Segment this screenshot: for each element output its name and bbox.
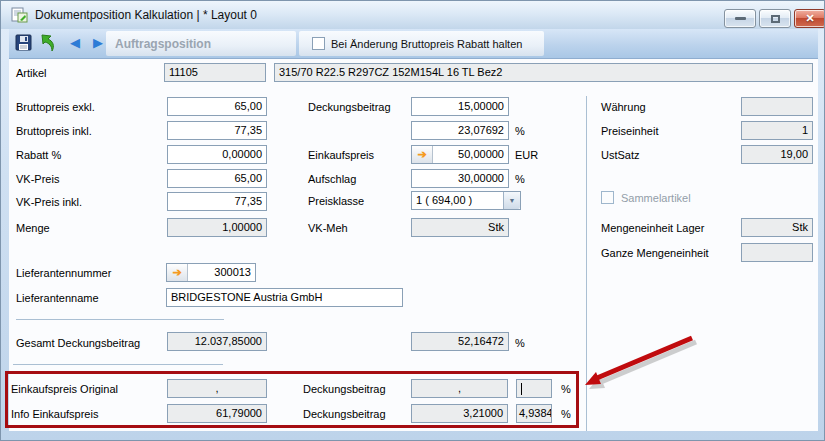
vk-preis-label: VK-Preis bbox=[16, 173, 59, 185]
gesamt-deckungsbeitrag-label: Gesamt Deckungsbeitrag bbox=[16, 337, 140, 349]
jump-arrow-icon: ➔ bbox=[172, 266, 181, 278]
maximize-icon bbox=[771, 15, 780, 23]
ganze-mengeneinheit-label: Ganze Mengeneinheit bbox=[601, 247, 709, 259]
next-record-button[interactable]: ▶ bbox=[89, 34, 107, 52]
artikel-number-field: 11105 bbox=[164, 63, 266, 82]
waehrung-field bbox=[741, 97, 813, 116]
einkaufspreis-label: Einkaufspreis bbox=[308, 149, 374, 161]
vk-preis-inkl-field[interactable]: 77,35 bbox=[167, 192, 267, 211]
lieferantennummer-value[interactable]: 300013 bbox=[188, 264, 255, 281]
mengeneinheit-lager-field: Stk bbox=[741, 218, 813, 237]
deckungsbeitrag-pct-field[interactable]: 23,07692 bbox=[411, 121, 509, 140]
section-divider bbox=[16, 319, 224, 320]
chevron-right-icon: ▶ bbox=[89, 34, 107, 52]
text-cursor bbox=[521, 383, 522, 395]
title-bar[interactable]: Dokumentposition Kalkulation | * Layout … bbox=[1, 1, 824, 29]
minimize-icon bbox=[735, 17, 746, 20]
preisklasse-value: 1 ( 694,00 ) bbox=[412, 192, 503, 209]
tab-auftragsposition: Auftragsposition bbox=[106, 31, 296, 56]
rabatt-label: Rabatt % bbox=[16, 149, 61, 161]
vk-meh-field: Stk bbox=[411, 218, 509, 237]
info-deckungsbeitrag-field-1: , bbox=[411, 379, 508, 398]
lieferantenname-field[interactable]: BRIDGESTONE Austria GmbH bbox=[166, 288, 403, 307]
bruttopreis-exkl-field[interactable]: 65,00 bbox=[167, 97, 267, 116]
info-deckungsbeitrag-label-1: Deckungsbeitrag bbox=[303, 383, 386, 395]
lieferantennummer-jump-button[interactable]: ➔ bbox=[167, 264, 188, 281]
bruttopreis-inkl-field[interactable]: 77,35 bbox=[167, 121, 267, 140]
info-deckungsbeitrag-label-2: Deckungsbeitrag bbox=[303, 408, 386, 420]
info-deckungsbeitrag-field-2: 3,21000 bbox=[411, 404, 508, 423]
undo-arrow-icon bbox=[40, 34, 58, 52]
artikel-label: Artikel bbox=[16, 67, 47, 79]
save-icon bbox=[15, 34, 32, 51]
toolbar: ◀ ▶ Auftragsposition Bei Änderung Brutto… bbox=[9, 29, 818, 59]
menge-field: 1,00000 bbox=[167, 218, 267, 237]
rabatt-halten-checkbox[interactable] bbox=[312, 37, 325, 50]
einkaufspreis-original-field: , bbox=[167, 379, 267, 398]
preisklasse-dropdown[interactable]: 1 ( 694,00 ) ▼ bbox=[411, 191, 521, 210]
menge-label: Menge bbox=[16, 222, 50, 234]
info-deckungsbeitrag-pct-field-1[interactable] bbox=[516, 379, 552, 398]
bruttopreis-inkl-label: Bruttopreis inkl. bbox=[16, 125, 92, 137]
einkaufspreis-original-label: Einkaufspreis Original bbox=[11, 383, 118, 395]
vk-meh-label: VK-Meh bbox=[308, 222, 348, 234]
artikel-description-field: 315/70 R22.5 R297CZ 152M154L 16 TL Bez2 bbox=[274, 63, 813, 82]
rabatt-halten-label: Bei Änderung Bruttopreis Rabatt halten bbox=[331, 38, 522, 50]
info-einkaufspreis-label: Info Einkaufspreis bbox=[11, 408, 98, 420]
preisklasse-label: Preisklasse bbox=[308, 195, 364, 207]
aufschlag-field[interactable]: 30,00000 bbox=[411, 169, 509, 188]
ustsatz-field: 19,00 bbox=[741, 145, 813, 164]
lieferantenname-label: Lieferantenname bbox=[16, 292, 99, 304]
einkaufspreis-field[interactable]: ➔ 50,00000 bbox=[411, 145, 509, 164]
waehrung-label: Währung bbox=[601, 101, 646, 113]
close-icon: ✕ bbox=[805, 12, 814, 25]
info-deckungsbeitrag-pct-field-2: 4,9384 bbox=[516, 404, 552, 423]
einkaufspreis-value[interactable]: 50,00000 bbox=[433, 146, 508, 163]
dialog-window: Dokumentposition Kalkulation | * Layout … bbox=[0, 0, 825, 441]
preiseinheit-label: Preiseinheit bbox=[601, 125, 658, 137]
preisklasse-dropdown-button[interactable]: ▼ bbox=[503, 192, 520, 209]
aufschlag-label: Aufschlag bbox=[308, 173, 356, 185]
ustsatz-label: UstSatz bbox=[601, 149, 640, 161]
gesamt-deckungsbeitrag-pct-field: 52,16472 bbox=[411, 332, 509, 351]
info-unit-1: % bbox=[561, 383, 571, 395]
chevron-left-icon: ◀ bbox=[66, 34, 84, 52]
einkaufspreis-unit: EUR bbox=[515, 149, 538, 161]
app-icon bbox=[11, 7, 29, 23]
preiseinheit-field: 1 bbox=[741, 121, 813, 140]
bruttopreis-exkl-label: Bruttopreis exkl. bbox=[16, 101, 95, 113]
window-title: Dokumentposition Kalkulation | * Layout … bbox=[35, 8, 257, 22]
close-button[interactable]: ✕ bbox=[794, 9, 825, 28]
maximize-button[interactable] bbox=[759, 9, 791, 28]
toolbar-checkbox-panel: Bei Änderung Bruttopreis Rabatt halten bbox=[299, 31, 544, 56]
vk-preis-inkl-label: VK-Preis inkl. bbox=[16, 196, 82, 208]
ganze-mengeneinheit-field bbox=[741, 243, 813, 262]
gesamt-deckungsbeitrag-field: 12.037,85000 bbox=[167, 332, 267, 351]
gesamt-deckungsbeitrag-unit: % bbox=[515, 337, 525, 349]
rabatt-field[interactable]: 0,00000 bbox=[167, 145, 267, 164]
mengeneinheit-lager-label: Mengeneinheit Lager bbox=[601, 222, 704, 234]
info-einkaufspreis-field: 61,79000 bbox=[167, 404, 267, 423]
vk-preis-field[interactable]: 65,00 bbox=[167, 169, 267, 188]
previous-record-button[interactable]: ◀ bbox=[66, 34, 84, 52]
deckungsbeitrag-field[interactable]: 15,00000 bbox=[411, 97, 509, 116]
lieferantennummer-label: Lieferantennummer bbox=[16, 267, 111, 279]
lieferantennummer-field[interactable]: ➔ 300013 bbox=[166, 263, 256, 282]
deckungsbeitrag-pct-unit: % bbox=[515, 125, 525, 137]
save-button[interactable] bbox=[14, 34, 32, 52]
annotation-arrow bbox=[577, 331, 702, 393]
einkaufspreis-jump-button[interactable]: ➔ bbox=[412, 146, 433, 163]
jump-arrow-icon: ➔ bbox=[417, 148, 426, 160]
aufschlag-unit: % bbox=[515, 173, 525, 185]
tab-label: Auftragsposition bbox=[106, 37, 211, 51]
chevron-down-icon: ▼ bbox=[509, 197, 516, 204]
section-divider-2 bbox=[13, 364, 223, 365]
info-unit-2: % bbox=[561, 408, 571, 420]
undo-button[interactable] bbox=[40, 34, 58, 52]
minimize-button[interactable] bbox=[724, 9, 756, 28]
sammelartikel-label: Sammelartikel bbox=[621, 192, 691, 204]
deckungsbeitrag-label: Deckungsbeitrag bbox=[308, 101, 391, 113]
sammelartikel-checkbox bbox=[601, 191, 614, 204]
